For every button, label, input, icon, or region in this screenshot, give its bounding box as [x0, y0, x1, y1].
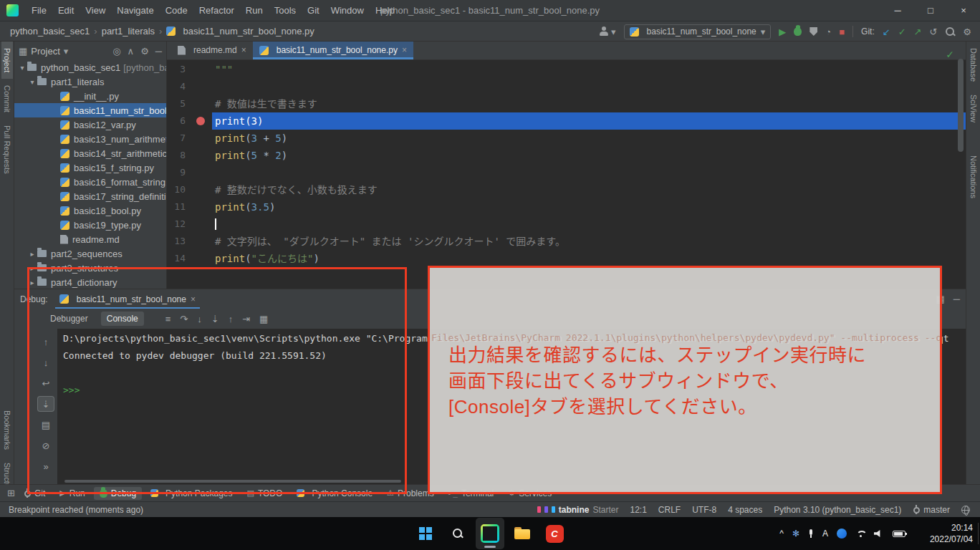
code-text[interactable] [212, 164, 966, 181]
search-button[interactable] [443, 518, 472, 549]
gutter-icon-area[interactable] [188, 61, 212, 78]
panel-settings-icon[interactable]: ⚙ [140, 47, 149, 56]
line-number[interactable]: 3 [167, 61, 188, 78]
breakpoint-icon[interactable] [196, 117, 205, 125]
volume-icon[interactable] [874, 529, 884, 538]
tool-window-switcher-icon[interactable]: ⊞ [7, 488, 15, 498]
line-number[interactable]: 11 [167, 198, 188, 216]
tree-item-basic18-bool-py[interactable]: basic18_bool.py [14, 203, 166, 218]
tree-item-basic12-var-py[interactable]: basic12_var.py [14, 117, 166, 132]
user-account-button[interactable]: ▾ [599, 26, 616, 37]
breadcrumb-item-python-basic-sec1[interactable]: python_basic_sec1 [10, 26, 90, 37]
line-separator-widget[interactable]: CRLF [658, 505, 681, 515]
stripe-item-pull-requests[interactable]: Pull Requests [1, 119, 13, 180]
git-push-button[interactable]: ↗ [914, 27, 922, 37]
indent-widget[interactable]: 4 spaces [728, 505, 762, 515]
code-text[interactable]: # 整数だけでなく、小数も扱えます [212, 181, 966, 198]
stripe-item-commit[interactable]: Commit [1, 79, 13, 119]
gutter-icon-area[interactable] [188, 95, 212, 112]
code-text[interactable]: print("こんにちは") [212, 250, 966, 267]
run-configuration-select[interactable]: basic11_num_str_bool_none ▾ [624, 24, 772, 39]
code-text[interactable] [212, 78, 966, 95]
tree-expanded-arrow-icon[interactable]: ▾ [17, 64, 27, 72]
maximize-button[interactable]: □ [914, 0, 947, 21]
git-commit-button[interactable]: ✓ [898, 27, 906, 37]
menu-tools[interactable]: Tools [269, 0, 302, 21]
inspections-ok-icon[interactable]: ✓ [946, 49, 954, 60]
tree-item-init-py[interactable]: __init__.py [14, 89, 166, 103]
code-text[interactable]: print(3 + 5) [212, 130, 966, 147]
gutter-icon-area[interactable] [188, 130, 212, 147]
tree-item-basic14-str-arithmetic-py[interactable]: basic14_str_arithmetic.py [14, 146, 166, 160]
stripe-item-bookmarks[interactable]: Bookmarks [1, 404, 13, 456]
tree-item-basic16-format-string-py[interactable]: basic16_format_string.py [14, 175, 166, 189]
gutter-icon-area[interactable] [188, 198, 212, 216]
collapse-all-icon[interactable]: ∧ [128, 47, 135, 56]
tree-item-part2-sequences[interactable]: ▸part2_sequences [14, 246, 166, 261]
tree-collapsed-arrow-icon[interactable]: ▸ [27, 250, 37, 258]
close-tab-icon[interactable]: × [402, 45, 407, 55]
menu-view[interactable]: View [80, 0, 111, 21]
gutter-icon-area[interactable] [188, 233, 212, 250]
stop-button[interactable]: ■ [839, 27, 845, 37]
profiler-button[interactable]: ◔ [825, 27, 831, 37]
code-text[interactable] [212, 216, 966, 233]
gutter-icon-area[interactable] [188, 250, 212, 267]
gutter-icon-area[interactable] [188, 181, 212, 198]
menu-git[interactable]: Git [302, 0, 325, 21]
recorder-app-button[interactable]: C [540, 518, 569, 549]
line-number[interactable]: 13 [167, 233, 188, 250]
tree-item-readme-md[interactable]: readme.md [14, 232, 166, 246]
code-text[interactable]: # 文字列は、 "ダブルクオート" または 'シングルクオート' で囲みます。 [212, 233, 966, 250]
battery-icon[interactable] [893, 531, 905, 537]
menu-edit[interactable]: Edit [52, 0, 80, 21]
gutter-icon-area[interactable] [188, 112, 212, 130]
menu-file[interactable]: File [26, 0, 52, 21]
line-number[interactable]: 7 [167, 130, 188, 147]
tray-app-icon[interactable] [837, 529, 847, 539]
run-button[interactable]: ▶ [779, 27, 786, 37]
globe-icon[interactable] [961, 506, 970, 514]
breadcrumb-item-basic11-num-str-bool-none-py[interactable]: basic11_num_str_bool_none.py [166, 26, 314, 37]
menu-navigate[interactable]: Navigate [111, 0, 159, 21]
code-text[interactable]: """ [212, 61, 966, 78]
breadcrumb-item-part1-literals[interactable]: part1_literals [102, 26, 155, 37]
project-panel-title[interactable]: Project [31, 46, 59, 57]
menu-run[interactable]: Run [240, 0, 269, 21]
tree-item-python-basic-sec1[interactable]: ▾python_basic_sec1[python_basic] [14, 60, 166, 74]
code-text[interactable]: # 数値は生で書きます [212, 95, 966, 112]
widgets-icon[interactable]: ✻ [792, 529, 799, 539]
stripe-item-project[interactable]: Project [1, 42, 13, 79]
settings-button[interactable]: ⚙ [963, 27, 971, 37]
git-branch-widget[interactable]: master [913, 505, 950, 515]
stripe-item-database[interactable]: Database [968, 42, 979, 88]
hide-panel-icon[interactable]: ─ [155, 47, 162, 56]
menu-window[interactable]: Window [325, 0, 370, 21]
stripe-item-notifications[interactable]: Notifications [968, 149, 979, 205]
code-text[interactable]: print(3.5) [212, 198, 966, 216]
file-explorer-button[interactable] [508, 518, 537, 549]
tree-item-basic17-string-definition-py[interactable]: basic17_string_definition.py [14, 189, 166, 203]
line-number[interactable]: 10 [167, 181, 188, 198]
minimize-button[interactable]: ─ [881, 0, 914, 21]
tree-item-basic13-num-arithmetic-py[interactable]: basic13_num_arithmetic.py [14, 132, 166, 146]
menu-refactor[interactable]: Refactor [193, 0, 240, 21]
code-text[interactable]: print(3) [212, 112, 966, 130]
tree-item-basic19-type-py[interactable]: basic19_type.py [14, 218, 166, 232]
microphone-icon[interactable] [808, 529, 814, 538]
editor-tab-basic11-num-str-bool-none-py[interactable]: basic11_num_str_bool_none.py× [253, 42, 413, 59]
line-number[interactable]: 14 [167, 250, 188, 267]
tree-item-basic11-num-str-bool-none-py[interactable]: basic11_num_str_bool_none.py [14, 103, 166, 117]
tree-item-part1-literals[interactable]: ▾part1_literals [14, 74, 166, 89]
tree-expanded-arrow-icon[interactable]: ▾ [27, 78, 37, 86]
gutter-icon-area[interactable] [188, 78, 212, 95]
editor-tab-readme-md[interactable]: readme.md× [171, 42, 253, 59]
ime-mode-icon[interactable]: A [822, 529, 828, 539]
tray-overflow-chevron-icon[interactable]: ^ [779, 529, 784, 539]
locate-file-icon[interactable]: ◎ [112, 47, 120, 56]
gutter-icon-area[interactable] [188, 164, 212, 181]
line-number[interactable]: 6 [167, 112, 188, 130]
line-number[interactable]: 5 [167, 95, 188, 112]
taskbar-clock[interactable]: 20:14 2022/07/04 [930, 522, 973, 545]
menu-code[interactable]: Code [160, 0, 193, 21]
